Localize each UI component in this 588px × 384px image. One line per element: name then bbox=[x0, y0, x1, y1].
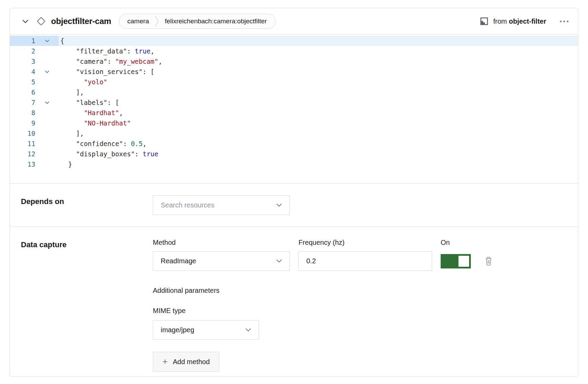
fold-gutter bbox=[35, 149, 59, 159]
trash-icon bbox=[485, 256, 493, 266]
resource-type-badge: camera felixreichenbach:camera:objectfil… bbox=[119, 14, 275, 29]
method-label: Method bbox=[153, 239, 290, 247]
add-method-label: Add method bbox=[173, 358, 210, 366]
module-name-link[interactable]: object-filter bbox=[509, 17, 546, 25]
code-line: 5 "yolo" bbox=[10, 77, 578, 87]
line-number: 5 bbox=[10, 77, 35, 87]
method-field: Method ReadImage bbox=[153, 239, 290, 271]
code-text: "confidence": 0.5, bbox=[59, 139, 578, 149]
code-text: "labels": [ bbox=[59, 97, 578, 108]
code-text: ], bbox=[59, 87, 578, 97]
chevron-down-icon bbox=[22, 19, 28, 23]
depends-on-placeholder: Search resources bbox=[161, 201, 215, 209]
frequency-label: Frequency (hz) bbox=[298, 239, 432, 247]
code-line: 9 "NO-Hardhat" bbox=[10, 118, 578, 128]
code-line: 12 "display_boxes": true bbox=[10, 149, 578, 159]
code-line: 1{ bbox=[10, 36, 578, 46]
code-line: 7 "labels": [ bbox=[10, 97, 578, 108]
fold-gutter bbox=[35, 139, 59, 149]
model-badge-label: felixreichenbach:camera:objectfilter bbox=[165, 17, 267, 25]
toggle-on-label: On bbox=[441, 239, 493, 247]
code-line: 10 ], bbox=[10, 128, 578, 139]
fold-gutter bbox=[35, 87, 59, 97]
line-number: 9 bbox=[10, 118, 35, 128]
resource-card-header: objectfilter-cam camera felixreichenbach… bbox=[10, 8, 578, 35]
code-text: { bbox=[59, 36, 578, 46]
fold-chevron-icon[interactable] bbox=[35, 97, 59, 108]
add-method-button[interactable]: + Add method bbox=[153, 352, 219, 372]
frequency-field: Frequency (hz) bbox=[298, 239, 432, 271]
collapse-button[interactable] bbox=[22, 19, 28, 23]
fold-gutter bbox=[35, 56, 59, 67]
component-diamond-icon bbox=[36, 16, 46, 26]
chevron-down-icon bbox=[276, 203, 282, 207]
fold-chevron-icon[interactable] bbox=[35, 36, 59, 46]
fold-gutter bbox=[35, 46, 59, 56]
data-capture-section: Data capture Method ReadImage Frequency … bbox=[10, 227, 578, 384]
from-word: from bbox=[493, 17, 507, 25]
fold-gutter bbox=[35, 118, 59, 128]
code-text: ], bbox=[59, 128, 578, 139]
from-module-text: from object-filter bbox=[493, 17, 546, 25]
resource-card: objectfilter-cam camera felixreichenbach… bbox=[10, 8, 578, 376]
more-options-button[interactable] bbox=[560, 21, 568, 22]
plus-icon: + bbox=[162, 357, 168, 366]
line-number: 3 bbox=[10, 56, 35, 67]
code-line: 6 ], bbox=[10, 87, 578, 97]
line-number: 13 bbox=[10, 159, 35, 169]
code-text: } bbox=[59, 159, 578, 169]
chevron-down-icon bbox=[245, 328, 251, 332]
data-capture-heading: Data capture bbox=[21, 240, 153, 249]
code-line: 11 "confidence": 0.5, bbox=[10, 139, 578, 149]
header-right-cluster: from object-filter bbox=[480, 17, 568, 26]
frequency-input[interactable] bbox=[298, 251, 432, 271]
code-text: "vision_services": [ bbox=[59, 67, 578, 77]
data-capture-content: Method ReadImage Frequency (hz) On bbox=[153, 239, 493, 372]
type-badge-label: camera bbox=[127, 17, 149, 25]
line-number: 12 bbox=[10, 149, 35, 159]
code-line: 13 } bbox=[10, 159, 578, 169]
line-number: 4 bbox=[10, 67, 35, 77]
depends-on-heading: Depends on bbox=[21, 197, 153, 206]
line-number: 8 bbox=[10, 108, 35, 118]
mime-type-label: MIME type bbox=[153, 307, 493, 315]
badge-separator-icon bbox=[155, 14, 159, 29]
line-number: 10 bbox=[10, 128, 35, 139]
code-text: "camera": "my_webcam", bbox=[59, 56, 578, 67]
toggle-knob bbox=[458, 256, 469, 267]
additional-parameters-label: Additional parameters bbox=[153, 287, 493, 295]
line-number: 6 bbox=[10, 87, 35, 97]
code-text: "NO-Hardhat" bbox=[59, 118, 578, 128]
capture-toggle-field: On bbox=[441, 239, 493, 271]
fold-gutter bbox=[35, 128, 59, 139]
method-select[interactable]: ReadImage bbox=[153, 251, 290, 271]
code-text: "Hardhat", bbox=[59, 108, 578, 118]
code-line: 8 "Hardhat", bbox=[10, 108, 578, 118]
fold-gutter bbox=[35, 108, 59, 118]
line-number: 11 bbox=[10, 139, 35, 149]
mime-type-value: image/jpeg bbox=[161, 326, 194, 334]
code-line: 4 "vision_services": [ bbox=[10, 67, 578, 77]
module-icon bbox=[480, 17, 489, 26]
code-editor[interactable]: 1{2 "filter_data": true,3 "camera": "my_… bbox=[10, 35, 578, 183]
code-text: "display_boxes": true bbox=[59, 149, 578, 159]
line-number: 7 bbox=[10, 97, 35, 108]
code-text: "yolo" bbox=[59, 77, 578, 87]
line-number: 2 bbox=[10, 46, 35, 56]
depends-on-select[interactable]: Search resources bbox=[153, 195, 290, 215]
code-text: "filter_data": true, bbox=[59, 46, 578, 56]
code-line: 2 "filter_data": true, bbox=[10, 46, 578, 56]
line-number: 1 bbox=[10, 36, 35, 46]
fold-chevron-icon[interactable] bbox=[35, 67, 59, 77]
chevron-down-icon bbox=[276, 259, 282, 263]
capture-toggle[interactable] bbox=[441, 254, 471, 268]
fold-gutter bbox=[35, 77, 59, 87]
fold-gutter bbox=[35, 159, 59, 169]
depends-on-section: Depends on Search resources bbox=[10, 184, 578, 227]
code-line: 3 "camera": "my_webcam", bbox=[10, 56, 578, 67]
resource-name: objectfilter-cam bbox=[51, 16, 111, 26]
mime-type-select[interactable]: image/jpeg bbox=[153, 320, 259, 340]
delete-method-button[interactable] bbox=[485, 256, 493, 266]
method-value: ReadImage bbox=[161, 257, 196, 265]
